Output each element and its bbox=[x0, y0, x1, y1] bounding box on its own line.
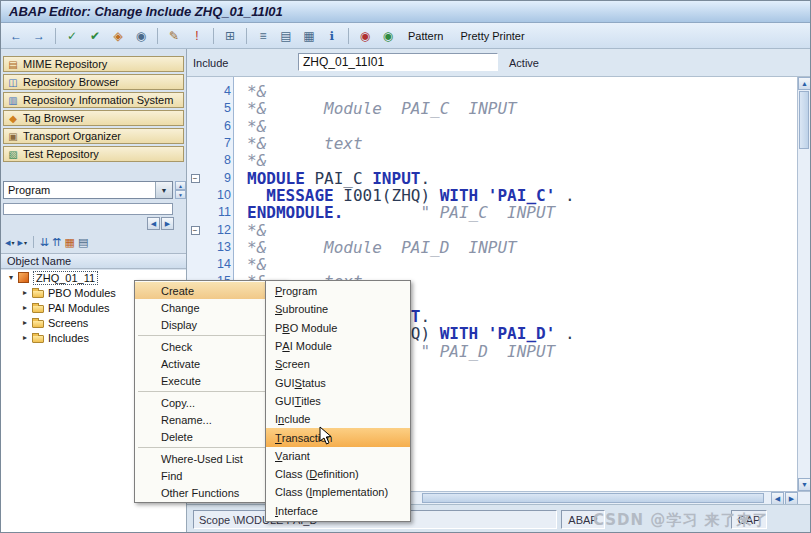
object-list-icon[interactable]: ≡ bbox=[252, 25, 274, 47]
submenu-item-class-definition[interactable]: Class (Definition) bbox=[266, 465, 410, 483]
combo-spinner: ▲ ▼ bbox=[175, 181, 186, 199]
menu-item-rename[interactable]: Rename... bbox=[135, 411, 286, 428]
activate-icon[interactable]: ◈ bbox=[107, 25, 129, 47]
line-number: 14 bbox=[203, 256, 233, 273]
menu-item-copy[interactable]: Copy... bbox=[135, 394, 286, 411]
object-type-combo[interactable]: Program ▼ bbox=[3, 181, 173, 199]
line-number: 4 bbox=[203, 83, 233, 100]
scroll-left-icon[interactable]: ◀ bbox=[147, 217, 160, 230]
line-number: 10 bbox=[203, 187, 233, 204]
toolbar-separator bbox=[33, 236, 34, 248]
fold-collapse-icon[interactable]: − bbox=[191, 226, 200, 235]
tree-collapsed-icon[interactable]: ▸ bbox=[19, 333, 31, 342]
info-icon[interactable]: ℹ bbox=[321, 25, 343, 47]
submenu-item-variant[interactable]: Variant bbox=[266, 447, 410, 465]
sidebar-button-repository-browser[interactable]: ◫Repository Browser bbox=[3, 74, 184, 90]
scroll-down-icon[interactable]: ▼ bbox=[798, 478, 811, 491]
spin-down-icon[interactable]: ▼ bbox=[175, 190, 186, 199]
sidebar-button-test-repository[interactable]: ▧Test Repository bbox=[3, 146, 184, 162]
code-text: *& bbox=[233, 118, 266, 135]
tree-item-label: ZHQ_01_11 bbox=[33, 271, 98, 285]
code-text: *& bbox=[233, 222, 266, 239]
menu-item-other-functions[interactable]: Other Functions▸ bbox=[135, 484, 286, 501]
code-text: ENDMODULE. " PAI_C INPUT bbox=[233, 204, 555, 221]
code-line-7: 7*& text bbox=[187, 135, 799, 152]
code-line-8: 8*& bbox=[187, 152, 799, 169]
forward-icon[interactable]: → bbox=[28, 25, 50, 47]
sidebar-button-mime-repository[interactable]: ▤MIME Repository bbox=[3, 56, 184, 72]
expand-subtree-icon[interactable]: ⇈ bbox=[52, 236, 61, 249]
menu-item-find[interactable]: Find bbox=[135, 467, 286, 484]
code-text: *& text bbox=[233, 135, 363, 152]
syntax-check-icon[interactable]: ✓ bbox=[61, 25, 83, 47]
include-name-field[interactable]: ZHQ_01_11I01 bbox=[298, 53, 498, 71]
back-icon[interactable]: ← bbox=[5, 25, 27, 47]
vertical-scrollbar[interactable]: ▲ ▼ bbox=[797, 77, 810, 491]
submenu-item-gui-status[interactable]: GUI Status bbox=[266, 373, 410, 391]
print-icon[interactable]: ▤ bbox=[275, 25, 297, 47]
scroll-right-icon[interactable]: ▶ bbox=[161, 217, 174, 230]
scroll-up-icon[interactable]: ▲ bbox=[798, 77, 811, 90]
horizontal-scroll-thumb[interactable] bbox=[422, 493, 764, 503]
fold-margin: − bbox=[187, 226, 203, 235]
submenu-item-program[interactable]: Program bbox=[266, 282, 410, 300]
create-submenu: ProgramSubroutinePBO ModulePAI ModuleScr… bbox=[265, 280, 411, 522]
submenu-item-subroutine[interactable]: Subroutine bbox=[266, 300, 410, 318]
tag-browser-icon: ◆ bbox=[7, 113, 19, 124]
extended-check-icon[interactable]: ✔ bbox=[84, 25, 106, 47]
execute-icon[interactable]: ◉ bbox=[130, 25, 152, 47]
history-back-icon[interactable]: ◂▾ bbox=[5, 236, 15, 249]
table-icon[interactable]: ▦ bbox=[298, 25, 320, 47]
watchpoint-icon[interactable]: ◉ bbox=[377, 25, 399, 47]
submenu-item-include[interactable]: Include bbox=[266, 410, 410, 428]
menu-item-change[interactable]: Change bbox=[135, 299, 286, 316]
line-number: 9 bbox=[203, 170, 233, 187]
dropdown-caret-icon[interactable]: ▾ bbox=[24, 239, 27, 246]
sidebar-button-tag-browser[interactable]: ◆Tag Browser bbox=[3, 110, 184, 126]
other-object-icon[interactable]: ⊞ bbox=[219, 25, 241, 47]
history-forward-icon[interactable]: ▸▾ bbox=[18, 236, 28, 249]
menu-item-execute[interactable]: Execute▸ bbox=[135, 372, 286, 389]
menu-item-check[interactable]: Check▸ bbox=[135, 338, 286, 355]
submenu-item-gui-titles[interactable]: GUI Titles bbox=[266, 392, 410, 410]
repository-infosystem-icon: ▥ bbox=[7, 95, 19, 106]
folder-icon bbox=[32, 305, 44, 313]
sidebar-button-repository-information-system[interactable]: ▥Repository Information System bbox=[3, 92, 184, 108]
tree-collapsed-icon[interactable]: ▸ bbox=[19, 288, 31, 297]
vertical-scroll-thumb[interactable] bbox=[799, 91, 809, 149]
menu-item-where-used-list[interactable]: Where-Used List bbox=[135, 450, 286, 467]
menu-item-delete[interactable]: Delete bbox=[135, 428, 286, 445]
menu-item-activate[interactable]: Activate bbox=[135, 355, 286, 372]
spin-up-icon[interactable]: ▲ bbox=[175, 181, 186, 190]
fold-collapse-icon[interactable]: − bbox=[191, 174, 200, 183]
layout-list-icon[interactable]: ▤ bbox=[78, 236, 88, 249]
object-name-input[interactable] bbox=[3, 203, 173, 215]
tree-collapsed-icon[interactable]: ▸ bbox=[19, 318, 31, 327]
tree-expanded-icon[interactable]: ▾ bbox=[5, 273, 17, 282]
combo-dropdown-icon[interactable]: ▼ bbox=[155, 182, 172, 198]
pretty-printer-button[interactable]: Pretty Printer bbox=[452, 27, 532, 45]
submenu-item-interface[interactable]: Interface bbox=[266, 502, 410, 520]
submenu-item-class-implementation[interactable]: Class (Implementation) bbox=[266, 483, 410, 501]
submenu-item-transaction[interactable]: Transaction bbox=[266, 428, 410, 446]
code-line-6: 6*& bbox=[187, 118, 799, 135]
submenu-item-pai-module[interactable]: PAI Module bbox=[266, 337, 410, 355]
sidebar-button-transport-organizer[interactable]: ▣Transport Organizer bbox=[3, 128, 184, 144]
dropdown-caret-icon[interactable]: ▾ bbox=[12, 239, 15, 246]
submenu-item-pbo-module[interactable]: PBO Module bbox=[266, 319, 410, 337]
menu-item-display[interactable]: Display▸ bbox=[135, 316, 286, 333]
line-number: 7 bbox=[203, 135, 233, 152]
menu-item-create[interactable]: Create▸ bbox=[135, 282, 286, 299]
warning-icon[interactable]: ! bbox=[186, 25, 208, 47]
line-number: 5 bbox=[203, 100, 233, 117]
object-grid-icon[interactable]: ▦ bbox=[65, 236, 75, 249]
line-number: 8 bbox=[203, 152, 233, 169]
tree-collapsed-icon[interactable]: ▸ bbox=[19, 303, 31, 312]
submenu-item-screen[interactable]: Screen bbox=[266, 355, 410, 373]
display-change-icon[interactable]: ✎ bbox=[163, 25, 185, 47]
code-text: *& bbox=[233, 152, 266, 169]
code-line-14: 14*& bbox=[187, 256, 799, 273]
collapse-subtree-icon[interactable]: ⇊ bbox=[40, 236, 49, 249]
breakpoint-icon[interactable]: ◉ bbox=[354, 25, 376, 47]
pattern-button[interactable]: Pattern bbox=[400, 27, 451, 45]
